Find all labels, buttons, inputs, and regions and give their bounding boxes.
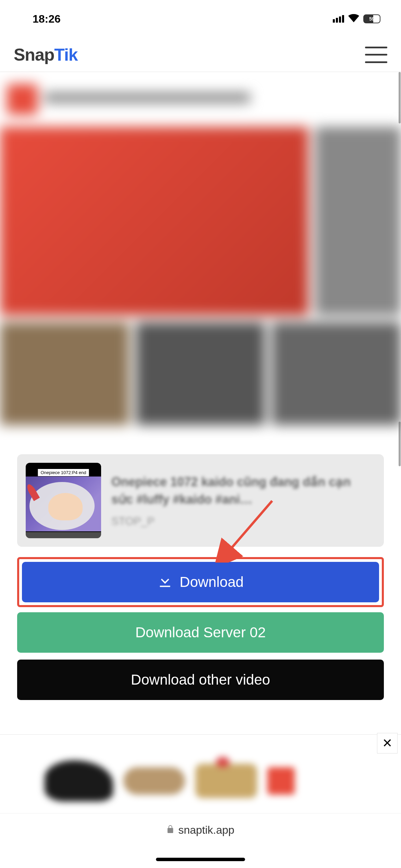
- app-header: SnapTik: [0, 38, 401, 72]
- battery-icon: 59: [363, 14, 380, 23]
- logo-text-tik: Tik: [54, 45, 77, 64]
- download-server02-button[interactable]: Download Server 02: [17, 612, 384, 653]
- logo[interactable]: SnapTik: [14, 45, 78, 65]
- video-thumbnail[interactable]: Onepiece 1072:P4 end: [26, 463, 101, 538]
- bottom-ad-blurred[interactable]: [45, 752, 356, 810]
- download-button-label: Download: [180, 574, 244, 590]
- arrow-annotation-icon: [214, 494, 282, 564]
- download-other-video-button[interactable]: Download other video: [17, 660, 384, 700]
- status-bar: 18:26 59: [0, 0, 401, 38]
- download-button[interactable]: Download: [22, 562, 379, 602]
- download-server02-label: Download Server 02: [135, 624, 266, 641]
- status-time: 18:26: [33, 13, 61, 25]
- home-indicator[interactable]: [156, 858, 245, 861]
- svg-line-1: [229, 501, 272, 551]
- battery-percent: 59: [363, 16, 380, 22]
- cellular-signal-icon: [333, 15, 344, 23]
- bottom-ad-container: ✕: [0, 734, 401, 813]
- status-icons: 59: [333, 14, 380, 24]
- lock-icon: [167, 824, 174, 836]
- browser-address-bar[interactable]: snaptik.app: [0, 813, 401, 868]
- content-section: Onepiece 1072:P4 end Onepiece 1072 kaido…: [0, 439, 401, 714]
- download-other-video-label: Download other video: [131, 672, 270, 688]
- logo-text-snap: Snap: [14, 45, 54, 64]
- highlight-annotation: Download: [17, 557, 384, 607]
- thumbnail-caption: Onepiece 1072:P4 end: [38, 469, 89, 476]
- download-icon: [157, 573, 173, 592]
- url-text: snaptik.app: [178, 824, 234, 836]
- ad-banner-blurred[interactable]: [0, 72, 401, 439]
- wifi-icon: [348, 14, 359, 24]
- close-ad-button[interactable]: ✕: [377, 733, 398, 754]
- video-result-card: Onepiece 1072:P4 end Onepiece 1072 kaido…: [17, 454, 384, 547]
- hamburger-menu-icon[interactable]: [365, 47, 387, 63]
- close-icon: ✕: [382, 736, 392, 750]
